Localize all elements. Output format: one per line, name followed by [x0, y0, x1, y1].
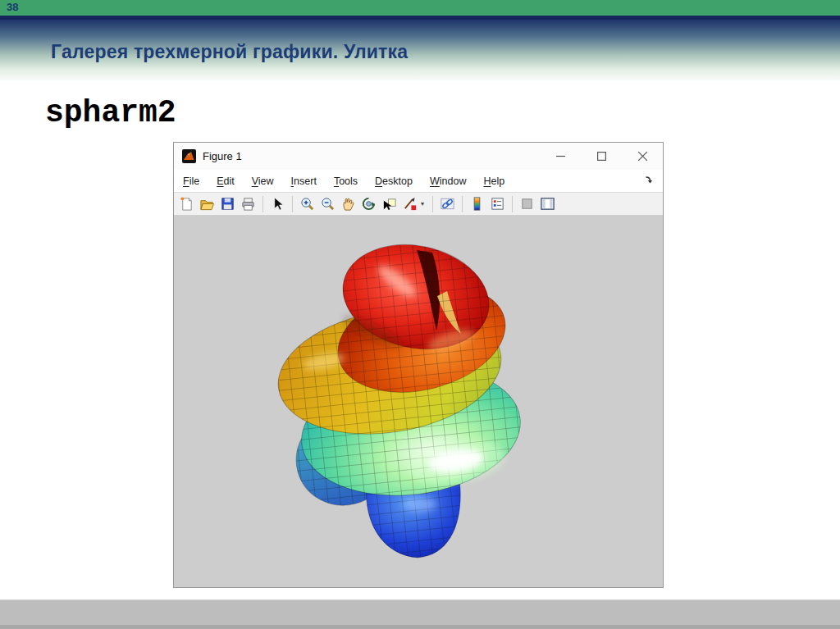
menu-file[interactable]: File	[183, 175, 199, 187]
menu-help[interactable]: Help	[483, 175, 504, 187]
hide-plot-tools-icon[interactable]	[518, 194, 536, 213]
menu-tools[interactable]: Tools	[334, 175, 358, 187]
pan-hand-icon[interactable]	[339, 194, 358, 213]
toolbar-separator	[292, 196, 293, 212]
print-figure-icon[interactable]	[239, 194, 258, 213]
toolbar-separator	[262, 196, 263, 212]
show-plot-tools-icon[interactable]	[538, 194, 557, 213]
insert-legend-icon[interactable]	[488, 194, 507, 213]
new-figure-icon[interactable]	[177, 194, 196, 213]
zoom-in-icon[interactable]	[298, 194, 317, 213]
presentation-slide: 38 Галерея трехмерной графики. Улитка sp…	[0, 0, 840, 629]
window-title-bar: Figure 1	[174, 143, 663, 170]
figure-window: Figure 1 File Edit View Insert Tools Des…	[173, 142, 664, 588]
toolbar-separator	[512, 196, 513, 212]
link-plot-icon[interactable]	[438, 194, 457, 213]
open-file-icon[interactable]	[198, 194, 217, 213]
bottom-bar	[0, 599, 840, 625]
slide-number: 38	[7, 1, 18, 13]
menu-insert[interactable]: Insert	[291, 175, 317, 187]
dock-figure-arrow-icon[interactable]	[644, 175, 654, 187]
figure-canvas	[174, 216, 663, 587]
toolbar-separator	[432, 196, 433, 212]
bottom-edge	[0, 625, 840, 629]
insert-colorbar-icon[interactable]	[468, 194, 486, 213]
data-cursor-icon[interactable]	[380, 194, 399, 213]
minimize-icon[interactable]	[540, 143, 581, 170]
menu-edit[interactable]: Edit	[217, 175, 235, 187]
surface-plot	[174, 216, 663, 587]
edit-plot-pointer-icon[interactable]	[268, 194, 287, 213]
zoom-out-icon[interactable]	[318, 194, 337, 213]
menu-bar: File Edit View Insert Tools Desktop Wind…	[174, 170, 663, 192]
brush-data-icon[interactable]	[400, 194, 419, 213]
toolbar-separator	[462, 196, 463, 212]
rotate-3d-icon[interactable]	[359, 194, 378, 213]
slide-top-bar: 38	[0, 0, 840, 16]
brush-dropdown-icon[interactable]: ▾	[421, 200, 427, 207]
window-title: Figure 1	[203, 150, 242, 162]
close-icon[interactable]	[622, 143, 663, 170]
tool-bar: ▾	[174, 192, 663, 216]
menu-window[interactable]: Window	[430, 175, 466, 187]
surface-mesh	[264, 234, 576, 570]
window-controls	[540, 143, 663, 170]
save-figure-icon[interactable]	[218, 194, 237, 213]
maximize-icon[interactable]	[581, 143, 622, 170]
menu-desktop[interactable]: Desktop	[375, 175, 413, 187]
header-band: Галерея трехмерной графики. Улитка	[0, 20, 840, 80]
code-label: spharm2	[45, 95, 176, 130]
menu-view[interactable]: View	[252, 175, 274, 187]
slide-title: Галерея трехмерной графики. Улитка	[51, 41, 408, 63]
matlab-logo-icon	[182, 149, 196, 163]
